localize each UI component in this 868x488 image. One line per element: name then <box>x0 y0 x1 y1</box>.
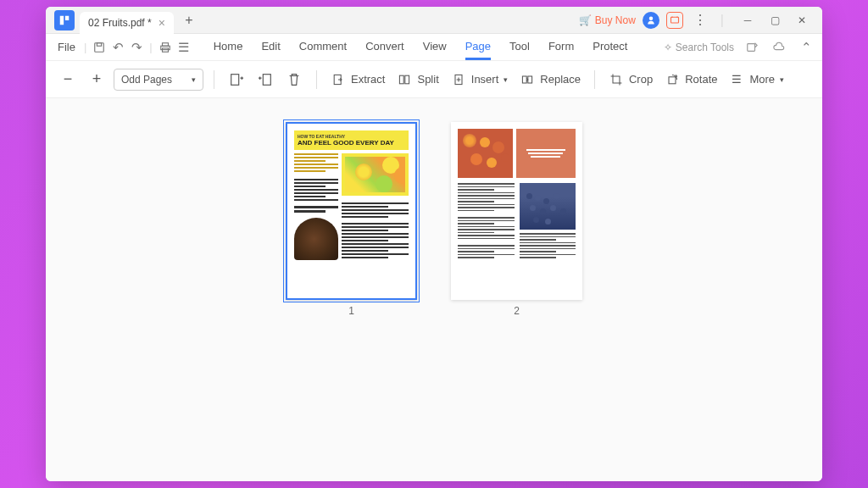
add-tab-button[interactable]: + <box>179 10 199 30</box>
svg-rect-16 <box>523 76 527 83</box>
file-menu[interactable]: File <box>53 41 81 53</box>
svg-rect-1 <box>65 15 69 19</box>
page-thumbnail-1[interactable]: HOW TO EAT HEALTHY AND FEEL GOOD EVERY D… <box>286 122 417 317</box>
rotate-label: Rotate <box>685 73 717 86</box>
buy-now-label: Buy Now <box>595 14 636 26</box>
app-logo-icon <box>54 10 75 30</box>
zoom-in-button[interactable]: + <box>85 68 108 92</box>
replace-button[interactable]: Replace <box>516 72 584 87</box>
search-tools-button[interactable]: ✧ Search Tools <box>664 42 734 53</box>
page-thumbnails-workspace: HOW TO EAT HEALTHY AND FEEL GOOD EVERY D… <box>46 98 822 481</box>
svg-rect-3 <box>670 17 678 23</box>
insert-after-icon[interactable] <box>253 68 277 92</box>
tab-view[interactable]: View <box>423 35 447 60</box>
tab-edit[interactable]: Edit <box>261 35 280 60</box>
svg-point-2 <box>649 16 654 20</box>
menubar: File | ↶ ↷ | ☰ Home Edit Comment Convert… <box>46 34 822 61</box>
split-icon <box>397 72 412 87</box>
save-icon[interactable] <box>90 38 108 57</box>
extract-label: Extract <box>351 73 385 86</box>
svg-rect-5 <box>97 42 102 46</box>
replace-icon <box>520 72 535 87</box>
crop-icon <box>609 72 624 87</box>
zoom-out-button[interactable]: − <box>56 68 80 92</box>
chevron-down-icon: ▾ <box>504 75 508 84</box>
svg-rect-10 <box>231 74 239 85</box>
more-label: More <box>749 73 775 86</box>
tab-title: 02 Fruits.pdf * <box>88 17 152 29</box>
sparkle-icon: ✧ <box>664 42 672 53</box>
redo-icon[interactable]: ↷ <box>127 38 146 57</box>
tab-home[interactable]: Home <box>214 35 243 60</box>
crop-label: Crop <box>629 73 653 86</box>
titlebar: 02 Fruits.pdf * × + 🛒 Buy Now ⋮ | ─ ▢ ✕ <box>46 7 822 34</box>
page1-title: AND FEEL GOOD EVERY DAY <box>298 139 405 147</box>
toolbar-dropdown-icon[interactable]: ☰ <box>175 38 193 57</box>
svg-rect-11 <box>263 74 270 85</box>
svg-rect-9 <box>748 43 755 51</box>
page-canvas: HOW TO EAT HEALTHY AND FEEL GOOD EVERY D… <box>286 122 417 300</box>
buy-now-link[interactable]: 🛒 Buy Now <box>579 14 636 26</box>
notification-icon[interactable] <box>666 12 683 29</box>
tab-page[interactable]: Page <box>465 35 491 60</box>
share-icon[interactable] <box>743 38 761 57</box>
collapse-icon[interactable]: ⌃ <box>797 38 815 57</box>
chevron-down-icon: ▾ <box>780 75 784 84</box>
cart-icon: 🛒 <box>579 14 592 26</box>
print-icon[interactable] <box>156 38 175 57</box>
svg-rect-0 <box>60 15 64 25</box>
tab-convert[interactable]: Convert <box>365 35 404 60</box>
more-button[interactable]: ☰ More ▾ <box>726 72 787 87</box>
insert-before-icon[interactable] <box>225 68 248 92</box>
close-tab-icon[interactable]: × <box>159 16 165 30</box>
document-tab[interactable]: 02 Fruits.pdf * × <box>80 12 174 34</box>
page-toolbar: − + Odd Pages ▾ Extract Split Insert ▾ R… <box>46 61 822 98</box>
tab-protect[interactable]: Protect <box>593 35 627 60</box>
page-filter-dropdown[interactable]: Odd Pages ▾ <box>114 69 203 91</box>
crop-button[interactable]: Crop <box>605 72 656 87</box>
page-number-label: 2 <box>514 305 520 317</box>
hamburger-icon: ☰ <box>729 72 744 87</box>
page-canvas <box>451 122 582 300</box>
split-label: Split <box>417 73 438 86</box>
svg-rect-4 <box>95 42 104 52</box>
app-window: 02 Fruits.pdf * × + 🛒 Buy Now ⋮ | ─ ▢ ✕ <box>46 7 822 481</box>
page-number-label: 1 <box>348 305 354 317</box>
tab-tool[interactable]: Tool <box>509 35 530 60</box>
replace-label: Replace <box>540 73 581 86</box>
insert-label: Insert <box>471 73 499 86</box>
svg-rect-18 <box>669 76 676 83</box>
search-tools-label: Search Tools <box>676 42 734 53</box>
kebab-menu-icon[interactable]: ⋮ <box>690 12 710 28</box>
rotate-button[interactable]: Rotate <box>661 72 721 87</box>
page-filter-label: Odd Pages <box>121 74 172 86</box>
page-thumbnail-2[interactable]: 2 <box>451 122 582 317</box>
minimize-button[interactable]: ─ <box>734 8 761 32</box>
user-avatar-icon[interactable] <box>643 12 659 29</box>
chevron-down-icon: ▾ <box>192 75 196 84</box>
undo-icon[interactable]: ↶ <box>108 38 127 57</box>
tab-comment[interactable]: Comment <box>299 35 347 60</box>
svg-rect-14 <box>405 75 409 84</box>
insert-button[interactable]: Insert ▾ <box>448 72 512 87</box>
close-window-button[interactable]: ✕ <box>788 8 815 32</box>
extract-button[interactable]: Extract <box>327 72 388 87</box>
split-button[interactable]: Split <box>393 72 442 87</box>
rotate-icon <box>665 72 680 87</box>
delete-page-icon[interactable] <box>282 68 306 92</box>
extract-icon <box>331 72 346 87</box>
insert-icon <box>451 72 466 87</box>
tab-form[interactable]: Form <box>548 35 574 60</box>
svg-rect-13 <box>400 75 404 84</box>
maximize-button[interactable]: ▢ <box>761 8 788 32</box>
cloud-icon[interactable] <box>770 38 788 57</box>
